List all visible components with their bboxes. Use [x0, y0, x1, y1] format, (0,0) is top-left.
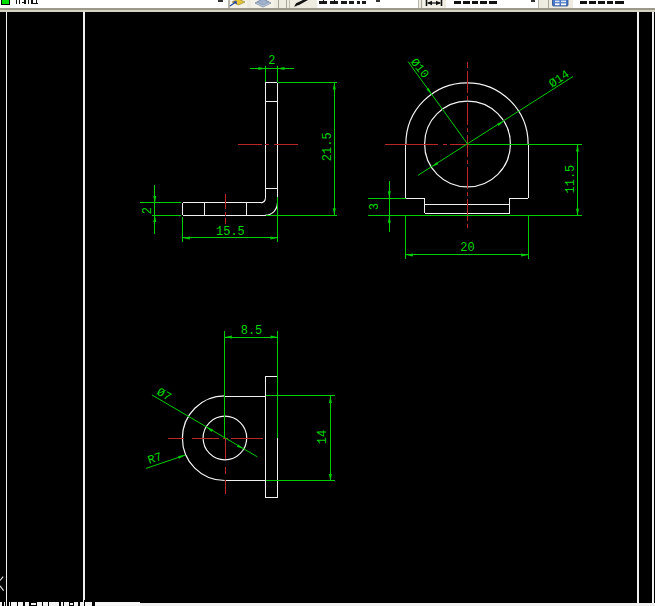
svg-text:20: 20 — [460, 241, 474, 255]
svg-text:14: 14 — [316, 430, 330, 444]
svg-text:2: 2 — [141, 207, 155, 214]
svg-text:Ø14: Ø14 — [546, 68, 572, 92]
svg-text:3: 3 — [368, 203, 382, 210]
svg-text:15.5: 15.5 — [216, 225, 245, 239]
svg-text:Ø10: Ø10 — [407, 56, 431, 82]
svg-text:Ø7: Ø7 — [154, 385, 174, 404]
svg-text:R7: R7 — [146, 450, 164, 468]
svg-text:2: 2 — [268, 54, 275, 68]
svg-text:21.5: 21.5 — [321, 132, 335, 161]
svg-text:8.5: 8.5 — [241, 324, 263, 338]
svg-text:11.5: 11.5 — [564, 165, 578, 194]
